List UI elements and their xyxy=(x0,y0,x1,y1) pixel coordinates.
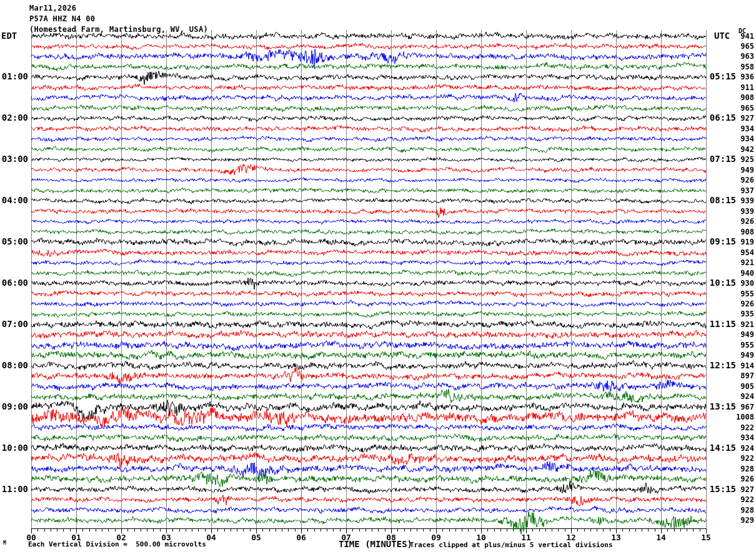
dc-offset-value: 949 xyxy=(725,351,754,359)
dc-offset-value: 927 xyxy=(725,486,754,493)
left-timezone-label: EDT xyxy=(1,31,17,40)
x-axis-title: TIME (MINUTES) xyxy=(337,540,414,548)
dc-offset-value: 939 xyxy=(725,208,754,215)
minute-tick-label: 06 xyxy=(291,533,311,541)
dc-offset-value: 925 xyxy=(725,156,754,163)
minute-tick-label: 14 xyxy=(651,533,671,541)
dc-offset-value: 914 xyxy=(725,362,754,370)
dc-offset-value: 908 xyxy=(725,94,754,101)
title-date: Mar11,2026 xyxy=(29,4,208,13)
dc-offset-value: 954 xyxy=(725,249,754,256)
dc-offset-value: 955 xyxy=(725,341,754,349)
dc-offset-value: 942 xyxy=(725,146,754,153)
dc-offset-value: 930 xyxy=(725,280,754,287)
dc-offset-value: 934 xyxy=(725,135,754,143)
dc-offset-value: 908 xyxy=(725,228,754,236)
dc-offset-value: 926 xyxy=(725,300,754,308)
dc-offset-value: 937 xyxy=(725,187,754,194)
dc-offset-value: 934 xyxy=(725,434,754,441)
edt-hour-label: 04:00 xyxy=(0,196,28,204)
dc-offset-value: 935 xyxy=(725,310,754,318)
dc-offset-value: 897 xyxy=(725,372,754,380)
dc-offset-value: 928 xyxy=(725,506,754,514)
dc-offset-value: 922 xyxy=(725,455,754,462)
dc-offset-value: 955 xyxy=(725,290,754,298)
dc-offset-value: 934 xyxy=(725,125,754,133)
edt-hour-label: 02:00 xyxy=(0,113,28,122)
edt-hour-label: 07:00 xyxy=(0,320,28,328)
edt-hour-label: 08:00 xyxy=(0,361,28,370)
dc-offset-value: 928 xyxy=(725,465,754,473)
dc-offset-value: 919 xyxy=(725,238,754,246)
title-location: (Homestead Farm, Martinsburg, WV, USA) xyxy=(29,25,208,34)
dc-offset-value: 941 xyxy=(725,33,754,40)
dc-offset-value: 922 xyxy=(725,424,754,431)
dc-offset-value: 926 xyxy=(725,475,754,483)
dc-offset-value: 905 xyxy=(725,383,754,390)
dc-offset-value: 924 xyxy=(725,445,754,452)
dc-offset-value: 967 xyxy=(725,403,754,411)
title-block: Mar11,2026 P57A HHZ N4 00 (Homestead Far… xyxy=(29,4,208,36)
edt-hour-label: 11:00 xyxy=(0,485,28,493)
title-station: P57A HHZ N4 00 xyxy=(29,14,208,23)
dc-offset-value: 921 xyxy=(725,321,754,328)
dc-offset-value: 949 xyxy=(725,331,754,338)
edt-hour-label: 06:00 xyxy=(0,278,28,287)
dc-offset-value: 963 xyxy=(725,53,754,60)
dc-offset-value: 922 xyxy=(725,496,754,503)
dc-offset-value: 940 xyxy=(725,269,754,277)
edt-hour-label: 05:00 xyxy=(0,237,28,246)
helicorder-plot xyxy=(0,0,756,554)
helicorder-page: Mar11,2026 P57A HHZ N4 00 (Homestead Far… xyxy=(0,0,756,554)
minute-tick-label: 15 xyxy=(696,533,716,541)
edt-hour-label: 03:00 xyxy=(0,154,28,163)
dc-offset-value: 929 xyxy=(725,516,754,524)
dc-offset-value: 958 xyxy=(725,63,754,71)
dc-offset-value: 939 xyxy=(725,197,754,204)
dc-offset-value: 965 xyxy=(725,104,754,112)
edt-hour-label: 09:00 xyxy=(0,402,28,411)
edt-hour-label: 10:00 xyxy=(0,443,28,452)
minute-tick-label: 05 xyxy=(246,533,266,541)
dc-offset-value: 1008 xyxy=(725,413,754,421)
dc-offset-value: 965 xyxy=(725,43,754,50)
dc-offset-value: 949 xyxy=(725,166,754,174)
dc-offset-value: 936 xyxy=(725,73,754,81)
dc-offset-value: 911 xyxy=(725,84,754,91)
dc-offset-value: 921 xyxy=(725,259,754,266)
dc-offset-value: 926 xyxy=(725,176,754,184)
clip-note: Traces clipped at plus/minus 5 vertical … xyxy=(410,541,613,548)
scale-note: Each Vertical Division = 500.00 microvol… xyxy=(28,541,206,548)
edt-hour-label: 01:00 xyxy=(0,72,28,81)
dc-offset-value: 926 xyxy=(725,218,754,225)
dc-offset-value: 924 xyxy=(725,393,754,400)
corner-watermark: M xyxy=(3,541,6,546)
dc-offset-value: 927 xyxy=(725,114,754,122)
